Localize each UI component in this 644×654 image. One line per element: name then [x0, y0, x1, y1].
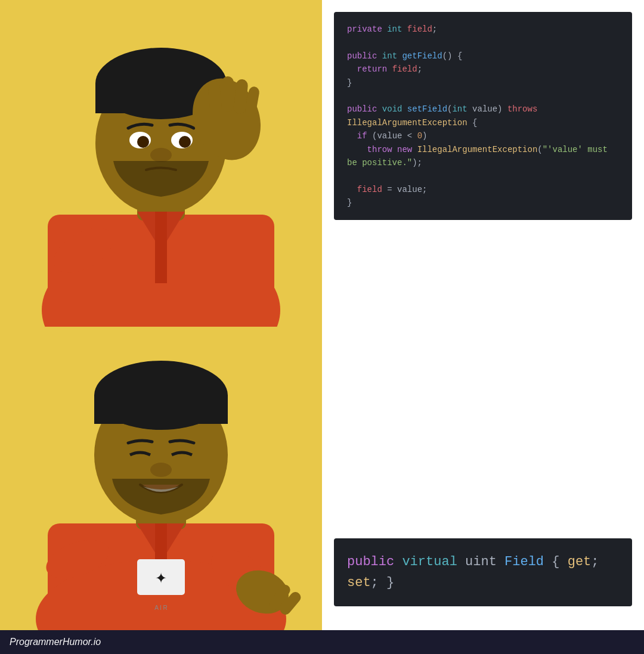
top-code-panel: private int field; public int getField()…	[322, 0, 644, 327]
footer-label: ProgrammerHumor.io	[10, 637, 101, 647]
drake-approval-panel: ✦ A I R	[0, 327, 322, 630]
svg-point-27	[150, 463, 172, 477]
svg-rect-14	[222, 76, 234, 112]
meme-container: private int field; public int getField()…	[0, 0, 644, 654]
drake-disapproval-panel	[0, 0, 322, 327]
footer-bar: ProgrammerHumor.io	[0, 630, 644, 654]
svg-point-9	[137, 136, 149, 148]
bottom-code-panel: public virtual uint Field { get; set; }	[322, 327, 644, 630]
svg-rect-26	[94, 395, 228, 424]
bottom-half: ✦ A I R public virtual uint Field { get;…	[0, 327, 644, 630]
top-code-block: private int field; public int getField()…	[334, 12, 632, 220]
svg-rect-18	[155, 212, 167, 283]
top-half: private int field; public int getField()…	[0, 0, 644, 327]
svg-text:✦: ✦	[155, 570, 167, 586]
svg-point-10	[179, 136, 191, 148]
svg-point-11	[150, 148, 172, 162]
bottom-code-block: public virtual uint Field { get; set; }	[334, 538, 632, 606]
svg-text:A I R: A I R	[154, 605, 168, 611]
